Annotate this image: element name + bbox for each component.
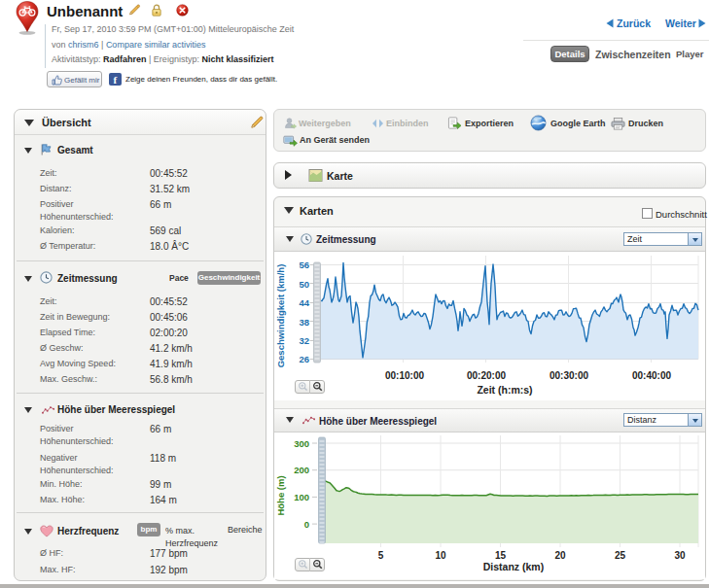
svg-text:32: 32 bbox=[299, 335, 309, 346]
svg-text:30: 30 bbox=[674, 550, 686, 561]
svg-text:00:20:00: 00:20:00 bbox=[467, 370, 506, 381]
svg-text:100: 100 bbox=[294, 492, 309, 502]
svg-text:00:30:00: 00:30:00 bbox=[549, 370, 588, 381]
svg-text:44: 44 bbox=[299, 297, 309, 308]
svg-text:5: 5 bbox=[378, 550, 384, 561]
svg-text:25: 25 bbox=[615, 550, 626, 561]
svg-text:20: 20 bbox=[554, 550, 566, 561]
svg-text:26: 26 bbox=[299, 354, 309, 364]
svg-text:Höhe (m): Höhe (m) bbox=[275, 475, 286, 515]
svg-text:00:40:00: 00:40:00 bbox=[632, 370, 671, 381]
svg-text:38: 38 bbox=[299, 317, 309, 328]
svg-text:Geschwindigkeit (km/h): Geschwindigkeit (km/h) bbox=[275, 264, 286, 368]
svg-text:Distanz (km): Distanz (km) bbox=[483, 561, 544, 572]
svg-text:200: 200 bbox=[294, 465, 309, 475]
svg-text:56: 56 bbox=[299, 259, 309, 270]
svg-text:15: 15 bbox=[495, 550, 507, 561]
svg-text:0: 0 bbox=[304, 519, 309, 530]
svg-text:300: 300 bbox=[294, 438, 309, 449]
svg-text:00:10:00: 00:10:00 bbox=[385, 370, 424, 381]
svg-text:Zeit (h:m:s): Zeit (h:m:s) bbox=[477, 384, 532, 396]
svg-text:10: 10 bbox=[435, 550, 446, 561]
svg-text:50: 50 bbox=[299, 279, 309, 290]
